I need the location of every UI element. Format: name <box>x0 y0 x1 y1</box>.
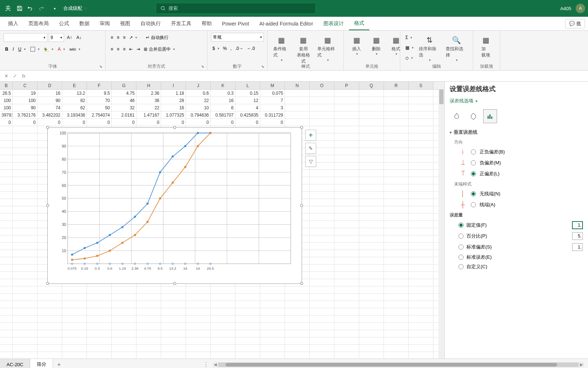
direction-both-option[interactable]: ⟊ 正负偏差(B) <box>458 148 583 156</box>
decrease-decimal-icon[interactable]: ←.0 <box>246 44 257 53</box>
cell[interactable] <box>409 119 433 126</box>
radio-dir-plus[interactable] <box>471 171 476 176</box>
cell[interactable]: 3.193436 <box>62 111 87 118</box>
worksheet-grid[interactable]: BCDEFGHIJKLMNOPQRS 26.5191613.29.54.752.… <box>0 82 444 359</box>
undo-icon[interactable] <box>26 3 36 13</box>
amount-stderr-option[interactable]: 标准误差(E) <box>458 254 583 261</box>
column-header[interactable]: H <box>136 82 161 89</box>
cell[interactable] <box>409 97 433 104</box>
column-header[interactable]: R <box>384 82 409 89</box>
fill-color-button[interactable] <box>43 44 55 54</box>
add-sheet-button[interactable]: + <box>53 361 65 368</box>
cell[interactable]: 0 <box>211 119 235 126</box>
cell[interactable]: 70 <box>87 97 112 104</box>
cell[interactable] <box>310 104 334 111</box>
align-right-icon[interactable]: ≡ <box>122 44 127 54</box>
cell[interactable]: 22 <box>136 104 161 111</box>
chart-handle-sw[interactable] <box>46 282 49 285</box>
fixed-value-input[interactable] <box>572 221 583 229</box>
cell[interactable] <box>285 90 310 97</box>
search-box[interactable]: 搜索 <box>156 3 316 14</box>
column-header[interactable]: S <box>409 82 433 89</box>
amount-custom-option[interactable]: 自定义(C) <box>458 263 583 270</box>
chart-handle-n[interactable] <box>173 126 176 129</box>
sort-filter-button[interactable]: ⇅ 排序和筛选 <box>417 33 442 63</box>
cell[interactable] <box>334 104 359 111</box>
cell[interactable]: 90 <box>13 104 37 111</box>
sheet-tab-sieving[interactable]: 筛分 <box>30 359 53 368</box>
chart-styles-button[interactable]: ✎ <box>305 143 316 154</box>
cell[interactable]: 0 <box>186 119 211 126</box>
cell[interactable]: 0 <box>235 119 260 126</box>
column-header[interactable]: O <box>310 82 334 89</box>
cell[interactable] <box>359 119 384 126</box>
chart-handle-s[interactable] <box>173 282 176 285</box>
cell[interactable]: 0.425835 <box>235 111 260 118</box>
cell[interactable]: 2.36 <box>136 90 161 97</box>
bold-button[interactable]: B <box>4 44 10 54</box>
cell[interactable]: 3.482202 <box>37 111 62 118</box>
number-dialog-launcher[interactable]: ⬊ <box>261 64 266 69</box>
cell[interactable]: 0.581707 <box>211 111 235 118</box>
chart-elements-button[interactable]: + <box>305 130 316 141</box>
cell[interactable] <box>384 119 409 126</box>
cell[interactable]: 0.15 <box>235 90 260 97</box>
chart-plot-area[interactable]: 1020304050607080901000.0750.150.30.61.18… <box>57 131 294 273</box>
cell[interactable]: 2.754074 <box>87 111 112 118</box>
direction-plus-option[interactable]: ⟙ 正偏差(L) <box>458 169 583 178</box>
radio-amt-percent[interactable] <box>458 234 464 239</box>
cell[interactable]: 32 <box>112 104 136 111</box>
percent-value-input[interactable] <box>572 232 583 240</box>
cell[interactable]: 0.6 <box>186 90 211 97</box>
qat-customize-icon[interactable]: ▾ <box>49 3 60 13</box>
font-dialog-launcher[interactable]: ⬊ <box>99 64 104 69</box>
cell[interactable]: 0 <box>0 119 13 126</box>
cell[interactable]: 0 <box>112 119 136 126</box>
cell[interactable] <box>334 90 359 97</box>
cell[interactable]: 12 <box>235 97 260 104</box>
cell[interactable] <box>409 90 433 97</box>
amount-stdev-option[interactable]: 标准偏差(S) <box>458 243 583 251</box>
addins-button[interactable]: ▦ 加 载项 <box>477 33 495 60</box>
error-bar-options-dropdown[interactable]: 误差线选项 ▾ <box>450 98 583 104</box>
column-header[interactable]: G <box>112 82 136 89</box>
cell[interactable]: 16 <box>161 104 186 111</box>
insert-cells-button[interactable]: ▦ 插入 <box>347 33 366 57</box>
wrap-text-button[interactable]: ↵ 自动换行 <box>144 33 170 42</box>
cell[interactable] <box>310 119 334 126</box>
column-header[interactable]: B <box>0 82 13 89</box>
radio-dir-both[interactable] <box>471 149 476 154</box>
cell[interactable]: 0.311729 <box>260 111 285 118</box>
tab-formulas[interactable]: 公式 <box>54 17 74 30</box>
enter-icon[interactable]: ✓ <box>11 72 19 80</box>
align-center-icon[interactable]: ≡ <box>115 44 121 54</box>
cell[interactable]: 16 <box>37 90 62 97</box>
increase-font-icon[interactable]: A↑ <box>65 33 74 42</box>
column-header[interactable]: C <box>13 82 37 89</box>
chart-handle-se[interactable] <box>300 282 303 285</box>
fx-icon[interactable]: fx <box>20 72 28 80</box>
decrease-indent-icon[interactable]: ⇤ <box>128 44 134 54</box>
align-left-icon[interactable]: ≡ <box>109 44 115 54</box>
column-header[interactable]: N <box>285 82 310 89</box>
effects-tab-icon[interactable] <box>466 109 480 123</box>
endstyle-nocap-option[interactable]: │ 无线端(N) <box>458 189 583 198</box>
cell[interactable] <box>285 119 310 126</box>
radio-amt-stderr[interactable] <box>458 255 464 260</box>
tab-page-layout[interactable]: 页面布局 <box>23 17 54 30</box>
cell[interactable]: 1.47167 <box>136 111 161 118</box>
cell[interactable]: 1.077325 <box>161 111 186 118</box>
cell[interactable]: 10 <box>186 104 211 111</box>
fill-button[interactable]: ▦ <box>404 43 415 52</box>
radio-amt-custom[interactable] <box>458 264 464 269</box>
column-header[interactable]: Q <box>359 82 384 89</box>
cell[interactable]: 13.2 <box>62 90 87 97</box>
chart-filter-button[interactable]: ▽ <box>305 156 316 167</box>
cell[interactable]: 46 <box>112 97 136 104</box>
cell[interactable] <box>334 119 359 126</box>
cell[interactable] <box>359 97 384 104</box>
cell[interactable] <box>334 97 359 104</box>
phonetic-button[interactable]: wén <box>68 44 82 54</box>
chart-handle-w[interactable] <box>46 204 49 207</box>
autosum-button[interactable]: Σ <box>404 33 415 42</box>
